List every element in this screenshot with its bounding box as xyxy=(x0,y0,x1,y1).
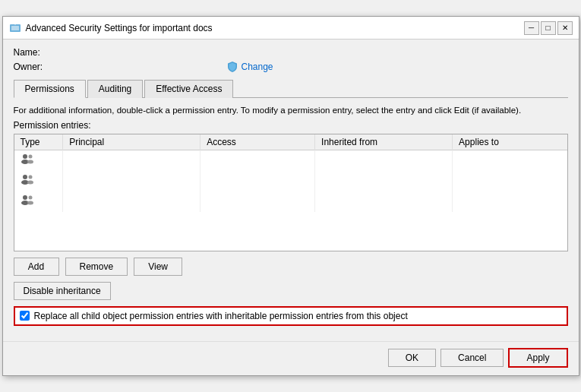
window-controls: ─ □ ✕ xyxy=(524,21,573,35)
dialog-footer: OK Cancel Apply xyxy=(3,341,579,375)
maximize-button[interactable]: □ xyxy=(541,21,556,35)
view-button[interactable]: View xyxy=(134,258,182,276)
tab-bar: Permissions Auditing Effective Access xyxy=(14,79,568,98)
permission-entries-label: Permission entries: xyxy=(14,120,568,131)
table-header-row: Type Principal Access Inherited from App… xyxy=(14,134,567,150)
change-label: Change xyxy=(242,62,273,72)
window-title: Advanced Security Settings for important… xyxy=(26,23,524,33)
svg-point-12 xyxy=(28,195,32,199)
tab-effective-access[interactable]: Effective Access xyxy=(144,80,233,98)
change-link[interactable]: Change xyxy=(226,61,273,73)
replace-permissions-checkbox[interactable] xyxy=(20,311,30,321)
name-label: Name: xyxy=(14,47,59,58)
svg-rect-1 xyxy=(11,26,19,30)
svg-point-8 xyxy=(28,175,32,179)
cancel-button[interactable]: Cancel xyxy=(440,349,504,367)
col-type: Type xyxy=(14,134,63,150)
replace-permissions-row: Replace all child object permission entr… xyxy=(14,306,568,326)
user-group-icon xyxy=(21,173,34,187)
disable-inheritance-button[interactable]: Disable inheritance xyxy=(14,282,111,300)
owner-row: Owner: Change xyxy=(14,61,568,73)
close-button[interactable]: ✕ xyxy=(557,21,573,35)
tab-permissions[interactable]: Permissions xyxy=(14,80,86,98)
svg-point-2 xyxy=(23,154,27,159)
svg-point-10 xyxy=(23,195,27,200)
name-row: Name: xyxy=(14,47,568,58)
apply-button[interactable]: Apply xyxy=(508,348,567,368)
col-applies-to: Applies to xyxy=(453,134,567,150)
permission-table-container[interactable]: Type Principal Access Inherited from App… xyxy=(14,134,568,251)
info-text: For additional information, double-click… xyxy=(14,104,568,116)
svg-point-13 xyxy=(27,201,33,204)
table-row[interactable] xyxy=(14,150,567,171)
row3-type xyxy=(14,191,63,212)
col-principal: Principal xyxy=(63,134,201,150)
col-access: Access xyxy=(201,134,315,150)
window-icon xyxy=(9,22,21,34)
add-button[interactable]: Add xyxy=(14,258,59,276)
row2-type xyxy=(14,171,63,191)
dialog-content: Name: Owner: Change Permissions Auditing xyxy=(3,40,579,340)
svg-point-6 xyxy=(23,175,27,179)
tab-auditing[interactable]: Auditing xyxy=(87,80,143,98)
main-window: Advanced Security Settings for important… xyxy=(2,16,579,375)
replace-permissions-label: Replace all child object permission entr… xyxy=(34,311,408,321)
table-body xyxy=(14,150,567,212)
action-buttons: Add Remove View xyxy=(14,258,568,276)
svg-point-4 xyxy=(28,154,32,158)
ok-button[interactable]: OK xyxy=(388,349,436,367)
minimize-button[interactable]: ─ xyxy=(524,21,539,35)
shield-icon xyxy=(226,61,238,73)
svg-point-5 xyxy=(27,160,33,163)
col-inherited-from: Inherited from xyxy=(315,134,453,150)
remove-button[interactable]: Remove xyxy=(65,258,128,276)
title-bar: Advanced Security Settings for important… xyxy=(3,17,579,40)
table-row[interactable] xyxy=(14,171,567,191)
row1-type xyxy=(14,150,63,171)
owner-label: Owner: xyxy=(14,62,59,72)
svg-point-9 xyxy=(27,180,33,184)
permission-table: Type Principal Access Inherited from App… xyxy=(14,134,567,212)
user-group-icon xyxy=(21,153,34,166)
table-row[interactable] xyxy=(14,191,567,212)
user-group-icon xyxy=(21,194,34,207)
